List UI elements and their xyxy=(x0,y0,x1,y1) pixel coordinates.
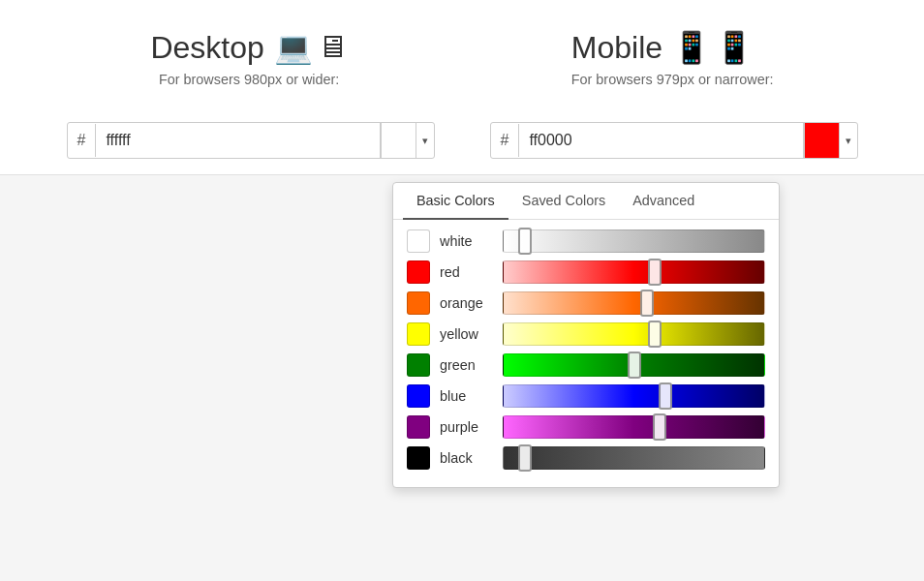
slider-track-orange[interactable] xyxy=(503,291,765,315)
mobile-dropdown-arrow[interactable]: ▾ xyxy=(839,123,857,158)
slider-thumb-blue[interactable] xyxy=(659,382,672,410)
desktop-color-input-wrapper: # ▾ xyxy=(67,122,435,159)
color-swatch-yellow[interactable] xyxy=(407,322,430,346)
color-row-white: white xyxy=(407,229,765,253)
tablet-icon: 📱 xyxy=(715,29,754,66)
slider-thumb-black[interactable] xyxy=(518,444,532,472)
color-swatch-black[interactable] xyxy=(407,446,430,470)
slider-container-white[interactable] xyxy=(503,229,765,253)
color-picker-popup: Basic Colors Saved Colors Advanced white… xyxy=(392,182,780,488)
color-swatch-white[interactable] xyxy=(407,229,430,253)
color-row-blue: blue xyxy=(407,384,765,408)
slider-container-green[interactable] xyxy=(503,353,765,377)
slider-track-blue[interactable] xyxy=(503,384,765,408)
color-label-red: red xyxy=(440,264,493,280)
mobile-header: Mobile 📱 📱 For browsers 979px or narrowe… xyxy=(571,29,774,87)
desktop-color-preview[interactable]: ▾ xyxy=(380,123,434,158)
mobile-color-swatch[interactable] xyxy=(804,123,839,158)
mobile-title: Mobile 📱 📱 xyxy=(571,29,774,66)
slider-track-red[interactable] xyxy=(503,260,765,284)
slider-container-orange[interactable] xyxy=(503,291,765,315)
desktop-title: Desktop 💻 🖥 xyxy=(150,29,347,66)
slider-track-green[interactable] xyxy=(503,353,765,377)
color-swatch-orange[interactable] xyxy=(407,291,430,315)
phone-icon: 📱 xyxy=(672,29,711,66)
slider-thumb-purple[interactable] xyxy=(653,413,666,441)
color-row-red: red xyxy=(407,260,765,284)
laptop-icon: 💻 xyxy=(274,29,313,66)
mobile-color-preview[interactable]: ▾ xyxy=(803,123,857,158)
desktop-hash: # xyxy=(68,124,97,157)
slider-track-purple[interactable] xyxy=(503,415,765,439)
color-label-yellow: yellow xyxy=(440,326,493,342)
color-label-green: green xyxy=(440,357,493,373)
color-swatch-purple[interactable] xyxy=(407,415,430,439)
mobile-description: For browsers 979px or narrower: xyxy=(571,72,774,87)
slider-thumb-red[interactable] xyxy=(648,259,662,286)
slider-container-blue[interactable] xyxy=(503,384,765,408)
slider-container-purple[interactable] xyxy=(503,415,765,439)
slider-container-black[interactable] xyxy=(503,446,765,470)
color-row-purple: purple xyxy=(407,415,765,439)
slider-thumb-green[interactable] xyxy=(628,352,641,379)
color-label-white: white xyxy=(440,233,493,249)
slider-thumb-white[interactable] xyxy=(518,228,532,255)
slider-thumb-orange[interactable] xyxy=(640,290,654,317)
slider-track-yellow[interactable] xyxy=(503,322,765,346)
color-label-black: black xyxy=(440,450,493,466)
color-row-black: black xyxy=(407,446,765,470)
mobile-color-input[interactable] xyxy=(519,124,802,157)
slider-track-black[interactable] xyxy=(503,446,765,470)
color-rows: whiteredorangeyellowgreenbluepurpleblack xyxy=(393,220,779,487)
desktop-title-text: Desktop xyxy=(150,30,263,66)
desktop-color-input[interactable] xyxy=(96,124,379,157)
monitor-icon: 🖥 xyxy=(317,29,348,66)
top-section: Desktop 💻 🖥 For browsers 980px or wider:… xyxy=(0,0,924,107)
color-row-orange: orange xyxy=(407,291,765,315)
color-label-orange: orange xyxy=(440,295,493,311)
desktop-color-swatch[interactable] xyxy=(381,123,416,158)
input-section: # ▾ # ▾ xyxy=(0,107,924,175)
slider-container-yellow[interactable] xyxy=(503,322,765,346)
color-swatch-red[interactable] xyxy=(407,260,430,284)
slider-track-white[interactable] xyxy=(503,229,765,253)
tab-saved-colors[interactable]: Saved Colors xyxy=(508,183,619,220)
tab-advanced[interactable]: Advanced xyxy=(619,183,708,220)
slider-container-red[interactable] xyxy=(503,260,765,284)
color-row-yellow: yellow xyxy=(407,322,765,346)
color-label-purple: purple xyxy=(440,419,493,435)
mobile-hash: # xyxy=(491,124,520,157)
tab-basic-colors[interactable]: Basic Colors xyxy=(403,183,508,220)
color-swatch-green[interactable] xyxy=(407,353,430,377)
mobile-color-input-wrapper: # ▾ xyxy=(490,122,858,159)
mobile-title-text: Mobile xyxy=(571,30,662,66)
desktop-description: For browsers 980px or wider: xyxy=(150,72,347,87)
color-row-green: green xyxy=(407,353,765,377)
slider-thumb-yellow[interactable] xyxy=(648,321,662,348)
color-swatch-blue[interactable] xyxy=(407,384,430,408)
desktop-header: Desktop 💻 🖥 For browsers 980px or wider: xyxy=(150,29,347,87)
popup-tabs: Basic Colors Saved Colors Advanced xyxy=(393,183,779,220)
desktop-dropdown-arrow[interactable]: ▾ xyxy=(416,123,434,158)
color-label-blue: blue xyxy=(440,388,493,404)
